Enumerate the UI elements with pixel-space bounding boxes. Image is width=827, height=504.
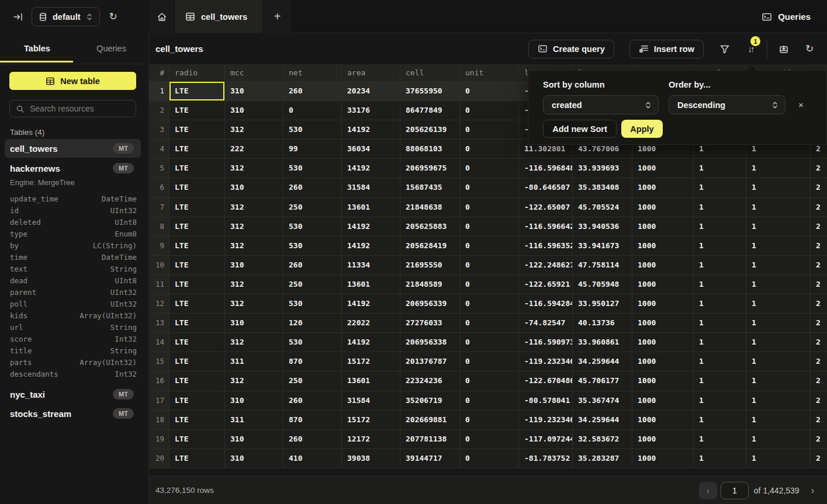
cell-area[interactable]: 39038 <box>342 449 400 468</box>
sort-order-select[interactable]: Descending <box>669 95 786 114</box>
cell-samples[interactable]: 1 <box>694 178 746 197</box>
cell-mcc[interactable]: 310 <box>225 391 283 410</box>
cell-samples[interactable]: 1 <box>694 237 746 255</box>
cell-samples[interactable]: 1 <box>694 411 746 429</box>
cell-cell[interactable]: 205628419 <box>400 237 460 255</box>
next-page-button[interactable]: › <box>811 485 814 496</box>
cell-radio[interactable]: LTE <box>169 237 225 255</box>
cell-cell[interactable]: 37655950 <box>400 82 460 100</box>
cell-range[interactable]: 1000 <box>632 391 694 410</box>
cell-area[interactable]: 36034 <box>342 140 400 158</box>
cell-radio[interactable]: LTE <box>169 256 225 274</box>
cell-lon[interactable]: -117.097244 <box>519 430 573 449</box>
queries-button[interactable]: Queries <box>762 0 811 33</box>
cell-range[interactable]: 1000 <box>632 430 694 449</box>
cell-mcc[interactable]: 312 <box>225 371 283 390</box>
cell-created[interactable]: 2 <box>811 391 827 410</box>
cell-created[interactable]: 2 <box>811 275 827 294</box>
cell-net[interactable]: 530 <box>283 333 342 352</box>
cell-samples[interactable]: 1 <box>694 256 746 274</box>
cell-lat[interactable]: 45.705948 <box>573 275 632 294</box>
cell-area[interactable]: 14192 <box>342 217 400 236</box>
cell-unit[interactable]: 0 <box>460 352 519 371</box>
cell-samples[interactable]: 1 <box>694 449 746 468</box>
cell-created[interactable]: 2 <box>811 159 827 178</box>
cell-lat[interactable]: 33.950127 <box>573 294 632 313</box>
cell-samples[interactable]: 1 <box>694 391 746 410</box>
cell-lon[interactable]: -74.82547 <box>519 314 573 332</box>
cell-samples[interactable]: 1 <box>694 294 746 313</box>
cell-net[interactable]: 530 <box>283 294 342 313</box>
filter-button[interactable] <box>712 44 738 54</box>
sort-column-select[interactable]: created <box>543 95 659 114</box>
cell-samples[interactable]: 1 <box>694 352 746 371</box>
cell-net[interactable]: 260 <box>283 391 342 410</box>
cell-net[interactable]: 260 <box>283 256 342 274</box>
cell-lat[interactable]: 35.383408 <box>573 178 632 197</box>
cell-lon[interactable]: -116.594284 <box>519 294 573 313</box>
cell-area[interactable]: 13601 <box>342 275 400 294</box>
cell-area[interactable]: 11334 <box>342 256 400 274</box>
cell-unit[interactable]: 0 <box>460 314 519 332</box>
cell-cell[interactable]: 207781138 <box>400 430 460 449</box>
cell-mcc[interactable]: 312 <box>225 294 283 313</box>
sort-button[interactable]: ↓↑ 1 <box>738 44 763 54</box>
cell-radio[interactable]: LTE <box>169 371 225 390</box>
cell-changeable[interactable]: 1 <box>746 449 811 468</box>
cell-range[interactable]: 1000 <box>632 159 694 178</box>
cell-net[interactable]: 530 <box>283 217 342 236</box>
cell-lat[interactable]: 33.940536 <box>573 217 632 236</box>
cell-radio[interactable]: LTE <box>169 430 225 449</box>
cell-net[interactable]: 250 <box>283 198 342 217</box>
cell-range[interactable]: 1000 <box>632 294 694 313</box>
cell-changeable[interactable]: 1 <box>746 237 811 255</box>
cell-range[interactable]: 1000 <box>632 352 694 371</box>
download-button[interactable] <box>771 44 797 54</box>
cell-unit[interactable]: 0 <box>460 294 519 313</box>
database-selector[interactable]: default <box>32 7 100 26</box>
cell-lat[interactable]: 33.939693 <box>573 159 632 178</box>
cell-unit[interactable]: 0 <box>460 178 519 197</box>
cell-net[interactable]: 99 <box>283 140 342 158</box>
cell-lat[interactable]: 34.259644 <box>573 352 632 371</box>
cell-cell[interactable]: 21695550 <box>400 256 460 274</box>
cell-net[interactable]: 530 <box>283 159 342 178</box>
column-header-cell[interactable]: cell <box>400 64 460 81</box>
cell-unit[interactable]: 0 <box>460 430 519 449</box>
cell-mcc[interactable]: 310 <box>225 449 283 468</box>
cell-samples[interactable]: 1 <box>694 159 746 178</box>
cell-cell[interactable]: 206959675 <box>400 159 460 178</box>
cell-area[interactable]: 15172 <box>342 411 400 429</box>
cell-unit[interactable]: 0 <box>460 82 519 100</box>
cell-radio[interactable]: LTE <box>169 217 225 236</box>
cell-lat[interactable]: 34.259644 <box>573 411 632 429</box>
cell-unit[interactable]: 0 <box>460 449 519 468</box>
cell-area[interactable]: 33176 <box>342 101 400 120</box>
cell-unit[interactable]: 0 <box>460 217 519 236</box>
cell-cell[interactable]: 206956338 <box>400 333 460 352</box>
cell-radio[interactable]: LTE <box>169 449 225 468</box>
cell-range[interactable]: 1000 <box>632 449 694 468</box>
cell-changeable[interactable]: 1 <box>746 275 811 294</box>
cell-net[interactable]: 0 <box>283 101 342 120</box>
cell-range[interactable]: 1000 <box>632 256 694 274</box>
cell-net[interactable]: 870 <box>283 352 342 371</box>
cell-cell[interactable]: 205626139 <box>400 120 460 139</box>
cell-lat[interactable]: 35.367474 <box>573 391 632 410</box>
cell-net[interactable]: 530 <box>283 237 342 255</box>
cell-cell[interactable]: 21848638 <box>400 198 460 217</box>
insert-row-button[interactable]: Insert row <box>629 40 704 58</box>
cell-area[interactable]: 22022 <box>342 314 400 332</box>
cell-mcc[interactable]: 310 <box>225 430 283 449</box>
cell-net[interactable]: 260 <box>283 82 342 100</box>
cell-samples[interactable]: 1 <box>694 198 746 217</box>
cell-samples[interactable]: 1 <box>694 333 746 352</box>
cell-samples[interactable]: 1 <box>694 314 746 332</box>
add-new-sort-button[interactable]: Add new Sort <box>543 120 617 138</box>
cell-mcc[interactable]: 310 <box>225 314 283 332</box>
cell-area[interactable]: 14192 <box>342 294 400 313</box>
cell-lon[interactable]: -81.783752 <box>519 449 573 468</box>
cell-created[interactable]: 2 <box>811 256 827 274</box>
cell-lon[interactable]: -122.248627 <box>519 256 573 274</box>
cell-lat[interactable]: 32.583672 <box>573 430 632 449</box>
